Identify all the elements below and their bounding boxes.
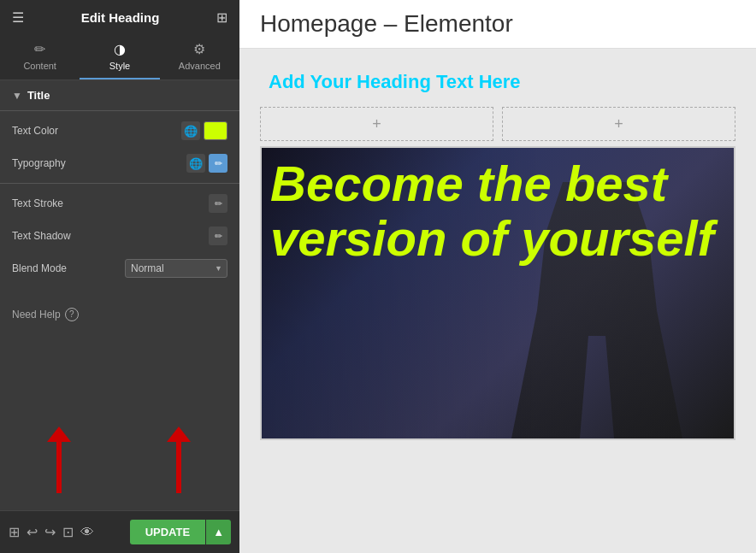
- text-shadow-label: Text Shadow: [12, 230, 71, 242]
- text-stroke-edit-icon[interactable]: ✏: [209, 194, 227, 213]
- text-stroke-controls: ✏: [209, 194, 227, 213]
- blend-mode-select[interactable]: Normal Multiply Screen Overlay Darken Li…: [125, 259, 227, 278]
- eye-icon[interactable]: 👁: [80, 525, 94, 540]
- need-help-row[interactable]: Need Help ?: [0, 299, 239, 330]
- bottom-bar-icons: ⊞ ↩ ↪ ⊡ 👁: [9, 524, 94, 540]
- need-help-label: Need Help: [12, 309, 61, 321]
- update-btn-wrapper: UPDATE ▲: [130, 520, 231, 544]
- tab-content[interactable]: ✏ Content: [0, 34, 80, 79]
- right-content: Homepage – Elementor Add Your Heading Te…: [239, 0, 756, 553]
- style-tab-icon: ◑: [114, 41, 126, 57]
- big-heading-text: Become the best version of yourself: [270, 156, 725, 266]
- left-arrow-shaft: [56, 442, 62, 493]
- placeholder-box-left[interactable]: +: [260, 107, 493, 141]
- page-title-bar: Homepage – Elementor: [239, 0, 756, 49]
- right-arrow: [167, 427, 191, 493]
- style-tab-label: Style: [109, 61, 130, 71]
- left-arrow: [47, 427, 71, 493]
- history-icon[interactable]: ↩: [27, 524, 38, 540]
- chevron-down-icon: ▼: [12, 90, 22, 102]
- grid-icon[interactable]: ⊞: [216, 9, 227, 26]
- blend-mode-controls: Normal Multiply Screen Overlay Darken Li…: [125, 259, 227, 278]
- text-shadow-edit-icon[interactable]: ✏: [209, 226, 227, 245]
- blend-mode-row: Blend Mode Normal Multiply Screen Overla…: [0, 252, 239, 285]
- update-arrow-button[interactable]: ▲: [206, 520, 231, 544]
- tab-style[interactable]: ◑ Style: [80, 34, 159, 79]
- heading-element[interactable]: Add Your Heading Text Here: [260, 66, 735, 98]
- title-section-header[interactable]: ▼ Title: [0, 80, 239, 111]
- heading-text[interactable]: Add Your Heading Text Here: [260, 66, 529, 98]
- left-panel: ☰ Edit Heading ⊞ ✏ Content ◑ Style ⚙ Adv…: [0, 0, 239, 553]
- properties-panel: Text Color 🌐 Typography 🌐 ✏ Text Stroke …: [0, 111, 239, 299]
- canvas-area[interactable]: Add Your Heading Text Here + + Become th…: [239, 49, 756, 553]
- help-icon[interactable]: ?: [65, 308, 79, 321]
- content-tab-label: Content: [23, 61, 56, 71]
- content-tab-icon: ✏: [34, 41, 45, 57]
- separator-1: [0, 183, 239, 184]
- text-color-global-icon[interactable]: 🌐: [181, 121, 200, 140]
- page-title: Homepage – Elementor: [260, 10, 735, 38]
- layers-icon[interactable]: ⊞: [9, 524, 20, 540]
- resize-handle[interactable]: [734, 280, 735, 306]
- typography-global-icon[interactable]: 🌐: [186, 154, 205, 173]
- right-arrow-shaft: [176, 442, 181, 493]
- bottom-bar: ⊞ ↩ ↪ ⊡ 👁 UPDATE ▲: [0, 510, 239, 553]
- text-color-row: Text Color 🌐: [0, 115, 239, 147]
- big-text-box[interactable]: Become the best version of yourself: [260, 146, 735, 440]
- blend-mode-label: Blend Mode: [12, 262, 67, 274]
- panel-tabs: ✏ Content ◑ Style ⚙ Advanced: [0, 34, 239, 80]
- update-button[interactable]: UPDATE: [130, 520, 205, 544]
- advanced-tab-icon: ⚙: [193, 41, 205, 57]
- section-title-label: Title: [27, 89, 50, 102]
- text-shadow-controls: ✏: [209, 226, 227, 245]
- typography-row: Typography 🌐 ✏: [0, 147, 239, 179]
- advanced-tab-label: Advanced: [179, 61, 221, 71]
- typography-controls: 🌐 ✏: [186, 154, 227, 173]
- typography-edit-icon[interactable]: ✏: [209, 154, 227, 173]
- responsive-icon[interactable]: ⊡: [62, 524, 74, 540]
- text-stroke-row: Text Stroke ✏: [0, 187, 239, 220]
- redo-icon[interactable]: ↪: [44, 524, 56, 540]
- left-arrow-up: [47, 427, 71, 442]
- placeholder-row: + +: [260, 107, 735, 141]
- text-stroke-label: Text Stroke: [12, 197, 63, 209]
- blend-mode-select-wrapper: Normal Multiply Screen Overlay Darken Li…: [125, 259, 227, 278]
- text-color-swatch[interactable]: [204, 121, 227, 140]
- placeholder-box-right[interactable]: +: [502, 107, 735, 141]
- text-color-controls: 🌐: [181, 121, 227, 140]
- panel-header: ☰ Edit Heading ⊞: [0, 0, 239, 34]
- typography-label: Typography: [12, 157, 66, 169]
- panel-title: Edit Heading: [81, 10, 160, 25]
- tab-advanced[interactable]: ⚙ Advanced: [160, 34, 239, 79]
- text-color-label: Text Color: [12, 125, 58, 137]
- text-shadow-row: Text Shadow ✏: [0, 220, 239, 252]
- arrows-area: [0, 330, 239, 511]
- right-arrow-up: [167, 427, 191, 442]
- hamburger-icon[interactable]: ☰: [12, 9, 24, 26]
